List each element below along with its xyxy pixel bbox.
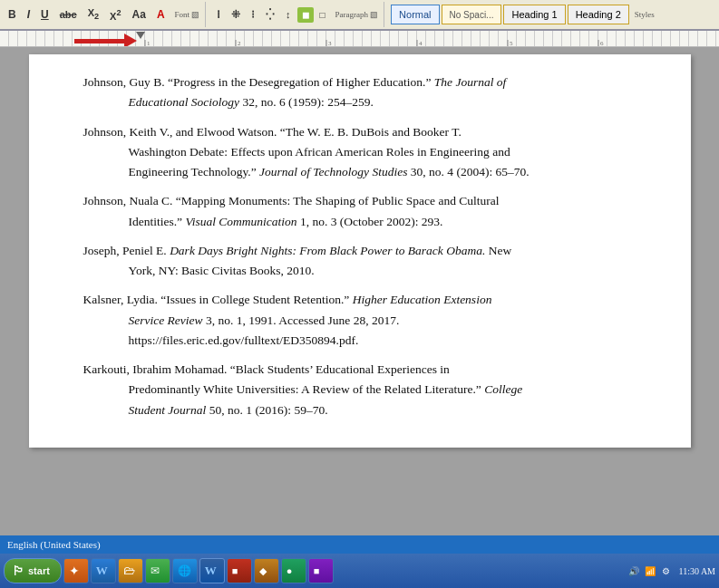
taskbar-word-active[interactable]: W bbox=[199, 558, 225, 583]
book-title: Dark Days Bright Nights: From Black Powe… bbox=[170, 244, 485, 257]
superscript-button[interactable]: X2 bbox=[105, 5, 125, 24]
expand-font-icon[interactable]: ▧ bbox=[191, 10, 199, 19]
status-bar: English (United States) bbox=[0, 535, 719, 554]
underline-button[interactable]: U bbox=[36, 5, 53, 24]
justify-button[interactable]: ⁛ bbox=[261, 5, 279, 24]
strikethrough-button[interactable]: abc bbox=[55, 6, 82, 23]
svg-text:1: 1 bbox=[147, 40, 151, 47]
taskbar-app-5[interactable]: 🌐 bbox=[172, 558, 198, 583]
bib-entry-joseph: Joseph, Peniel E. Dark Days Bright Night… bbox=[83, 241, 636, 282]
bib-continuation-1: Washington Debate: Effects upon African … bbox=[129, 142, 636, 162]
format-button[interactable]: □ bbox=[316, 7, 330, 23]
svg-text:2: 2 bbox=[238, 40, 241, 47]
svg-text:4: 4 bbox=[419, 40, 423, 47]
svg-text:6: 6 bbox=[600, 40, 604, 47]
style-heading2-button[interactable]: Heading 2 bbox=[568, 5, 629, 24]
journal-title: Higher Education Extension bbox=[353, 293, 492, 306]
paragraph-group: ⁞ ⁜ ⁝ ⁛ ↕ ◼ □ Paragraph ▧ bbox=[207, 2, 384, 27]
bib-continuation-2: https://files.eric.ed.gov/fulltext/ED350… bbox=[129, 331, 636, 351]
taskbar-app-6[interactable]: ■ bbox=[227, 558, 252, 583]
align-center-button[interactable]: ⁜ bbox=[227, 5, 245, 24]
journal-title-cont: Educational Sociology bbox=[129, 95, 240, 109]
taskbar-app-8[interactable]: ● bbox=[281, 558, 306, 583]
styles-section-label: Styles bbox=[635, 10, 655, 19]
app1-icon: ✦ bbox=[69, 564, 80, 579]
taskbar-app-7[interactable]: ◆ bbox=[254, 558, 279, 583]
align-left-button[interactable]: ⁞ bbox=[212, 5, 225, 24]
bib-continuation-1: Service Review 3, no. 1, 1991. Accessed … bbox=[129, 311, 636, 331]
taskbar: 🏳 start ✦ W 🗁 ✉ 🌐 W ■ ◆ ● bbox=[0, 554, 719, 588]
bib-continuation-2: Engineering Technology.” Journal of Tech… bbox=[129, 162, 636, 182]
journal-title: The Journal of bbox=[434, 75, 507, 89]
bib-entry-kalsner: Kalsner, Lydia. “Issues in College Stude… bbox=[83, 290, 636, 351]
change-case-button[interactable]: Aa bbox=[128, 5, 151, 24]
taskbar-app-2[interactable]: W bbox=[91, 558, 116, 583]
ruler-ticks: 1 2 3 4 5 6 bbox=[0, 31, 719, 47]
align-right-button[interactable]: ⁝ bbox=[247, 5, 259, 24]
style-nospace-button[interactable]: No Spaci... bbox=[442, 5, 502, 24]
bib-first-line: Kalsner, Lydia. “Issues in College Stude… bbox=[83, 290, 636, 310]
bib-continuation: Educational Sociology 32, no. 6 (1959): … bbox=[129, 92, 636, 112]
language-indicator: English (United States) bbox=[7, 539, 101, 550]
app5-icon: 🌐 bbox=[178, 564, 191, 578]
bib-continuation: Identities.” Visual Communication 1, no.… bbox=[129, 212, 636, 232]
tray-icon-1: 🔊 bbox=[627, 564, 641, 578]
app-window: B I U abc X2 X2 Aa A Font ▧ ⁞ ⁜ ⁝ ⁛ ↕ ◼ … bbox=[0, 0, 719, 588]
tray-icon-3: ⚙ bbox=[659, 564, 674, 578]
taskbar-app-1[interactable]: ✦ bbox=[63, 558, 89, 583]
font-section-label: Font bbox=[175, 10, 190, 19]
journal-title: Journal of Technology Studies bbox=[259, 165, 407, 178]
taskbar-app-9[interactable]: ■ bbox=[308, 558, 334, 583]
style-heading1-button[interactable]: Heading 1 bbox=[503, 5, 565, 24]
svg-text:3: 3 bbox=[328, 40, 332, 47]
font-color-button[interactable]: A bbox=[152, 5, 170, 24]
bib-entry-johnson-guy: Johnson, Guy B. “Progress in the Desegre… bbox=[83, 72, 636, 113]
document-area[interactable]: Johnson, Guy B. “Progress in the Desegre… bbox=[0, 47, 719, 554]
expand-paragraph-icon[interactable]: ▧ bbox=[370, 10, 378, 19]
system-tray: 🔊 📶 ⚙ 11:30 AM bbox=[627, 564, 715, 578]
app7-icon: ◆ bbox=[259, 565, 267, 577]
ruler: 1 2 3 4 5 6 bbox=[0, 31, 719, 47]
app2-icon: W bbox=[96, 564, 108, 578]
line-spacing-button[interactable]: ↕ bbox=[281, 6, 296, 23]
styles-group: Normal No Spaci... Heading 1 Heading 2 S… bbox=[385, 2, 660, 27]
bib-first-line: Johnson, Keith V., and Elwood Watson. “T… bbox=[83, 122, 636, 142]
app8-icon: ● bbox=[287, 565, 293, 576]
svg-text:5: 5 bbox=[510, 40, 513, 47]
start-button[interactable]: 🏳 start bbox=[4, 558, 62, 583]
start-icon: 🏳 bbox=[12, 564, 24, 578]
journal-title: Visual Communication bbox=[185, 215, 296, 228]
bib-first-line: Karkouti, Ibrahim Mohamad. “Black Studen… bbox=[83, 360, 636, 380]
start-label: start bbox=[28, 565, 50, 576]
bib-entry-karkouti: Karkouti, Ibrahim Mohamad. “Black Studen… bbox=[83, 360, 636, 420]
app4-icon: ✉ bbox=[151, 564, 160, 578]
journal-title-cont: Student Journal bbox=[129, 403, 207, 417]
bib-first-line: Johnson, Nuala C. “Mapping Monuments: Th… bbox=[83, 191, 636, 211]
style-normal-button[interactable]: Normal bbox=[391, 5, 439, 24]
app9-icon: ■ bbox=[314, 565, 320, 576]
app3-icon: 🗁 bbox=[123, 564, 135, 578]
taskbar-app-3[interactable]: 🗁 bbox=[118, 558, 143, 583]
word-active-icon: W bbox=[205, 564, 217, 578]
journal-title-cont: Service Review bbox=[129, 313, 203, 327]
bib-continuation-2: Student Journal 50, no. 1 (2016): 59–70. bbox=[129, 400, 636, 420]
bold-button[interactable]: B bbox=[4, 5, 21, 24]
taskbar-app-4[interactable]: ✉ bbox=[145, 558, 170, 583]
bib-first-line: Johnson, Guy B. “Progress in the Desegre… bbox=[83, 72, 636, 92]
image-button[interactable]: ◼ bbox=[297, 7, 314, 23]
font-group: B I U abc X2 X2 Aa A Font ▧ bbox=[4, 2, 206, 27]
ribbon: B I U abc X2 X2 Aa A Font ▧ ⁞ ⁜ ⁝ ⁛ ↕ ◼ … bbox=[0, 0, 719, 31]
subscript-button[interactable]: X2 bbox=[83, 5, 103, 24]
paragraph-section-label: Paragraph bbox=[335, 10, 368, 19]
bib-first-line: Joseph, Peniel E. Dark Days Bright Night… bbox=[83, 241, 636, 261]
document-page: Johnson, Guy B. “Progress in the Desegre… bbox=[29, 54, 691, 448]
tray-time: 11:30 AM bbox=[679, 566, 715, 576]
tray-icon-2: 📶 bbox=[643, 564, 657, 578]
bib-continuation: York, NY: Basic Civitas Books, 2010. bbox=[129, 261, 636, 281]
journal-title: College bbox=[484, 382, 522, 396]
italic-button[interactable]: I bbox=[23, 5, 34, 24]
bib-entry-johnson-nuala: Johnson, Nuala C. “Mapping Monuments: Th… bbox=[83, 191, 636, 232]
bib-entry-johnson-keith: Johnson, Keith V., and Elwood Watson. “T… bbox=[83, 122, 636, 183]
app6-icon: ■ bbox=[232, 565, 238, 576]
bib-continuation-1: Predominantly White Universities: A Revi… bbox=[129, 380, 636, 400]
